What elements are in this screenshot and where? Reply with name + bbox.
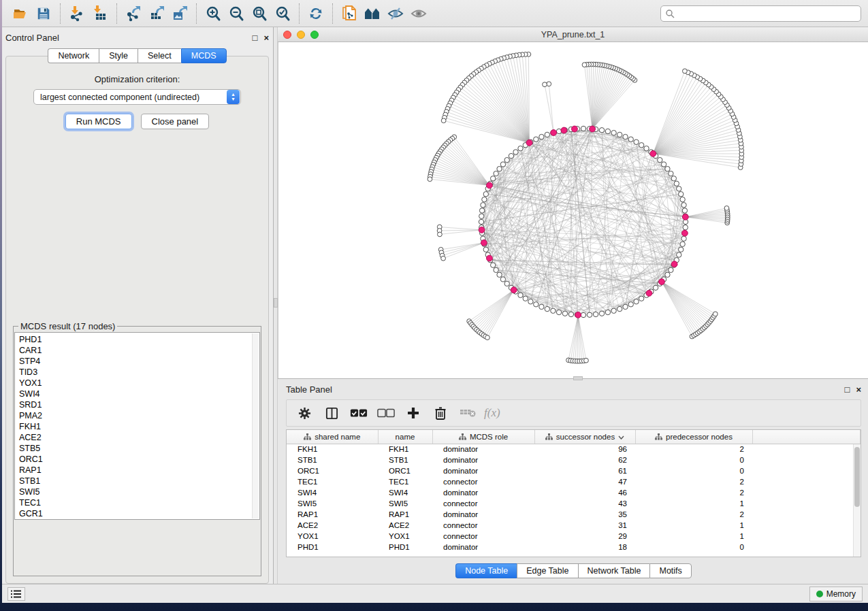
network-node[interactable]	[581, 312, 585, 317]
network-node[interactable]	[534, 137, 539, 142]
network-node[interactable]	[490, 176, 495, 181]
split-table-button[interactable]	[319, 402, 344, 424]
network-node[interactable]	[611, 308, 616, 313]
float-table-panel-icon[interactable]: □	[845, 385, 850, 394]
network-node[interactable]	[644, 146, 649, 150]
network-node[interactable]	[545, 132, 549, 137]
network-node[interactable]	[494, 267, 498, 272]
tab-style[interactable]: Style	[99, 48, 138, 63]
mcds-hub-node[interactable]	[487, 255, 493, 261]
network-node[interactable]	[483, 192, 488, 197]
function-builder-button[interactable]: f(x)	[484, 406, 500, 420]
mcds-result-item[interactable]: TID3	[19, 367, 259, 378]
network-node[interactable]	[677, 252, 681, 257]
mcds-hub-node[interactable]	[659, 279, 665, 285]
maximize-window-icon[interactable]	[310, 31, 319, 39]
mcds-result-item[interactable]: STB5	[19, 443, 259, 454]
mcds-result-item[interactable]: ORC1	[19, 454, 259, 465]
network-node[interactable]	[485, 335, 490, 340]
network-node[interactable]	[599, 128, 604, 133]
table-row[interactable]: SWI5SWI5connector431	[287, 498, 861, 509]
export-table-button[interactable]	[145, 3, 168, 24]
network-node[interactable]	[490, 263, 495, 267]
table-row[interactable]: FKH1FKH1dominator962	[287, 444, 861, 455]
open-session-button[interactable]	[9, 3, 32, 24]
zoom-in-button[interactable]	[202, 3, 225, 24]
mcds-list-scrollbar[interactable]	[252, 333, 259, 518]
mcds-result-item[interactable]: SWI4	[19, 389, 259, 399]
apply-layout-button[interactable]	[304, 3, 327, 24]
network-node[interactable]	[441, 256, 446, 261]
mcds-result-item[interactable]: STP4	[19, 356, 259, 367]
close-panel-icon[interactable]: ×	[263, 33, 269, 42]
zoom-fit-button[interactable]	[248, 3, 271, 24]
mcds-result-item[interactable]: SWI5	[19, 486, 259, 497]
network-node[interactable]	[551, 308, 556, 313]
network-node[interactable]	[479, 208, 484, 213]
network-node[interactable]	[428, 177, 432, 182]
network-node[interactable]	[497, 166, 502, 171]
network-node[interactable]	[665, 272, 670, 277]
network-node[interactable]	[539, 134, 544, 139]
mcds-hub-node[interactable]	[487, 182, 493, 188]
search-input[interactable]	[660, 5, 861, 22]
network-node[interactable]	[658, 157, 662, 162]
network-node[interactable]	[593, 312, 598, 316]
network-node[interactable]	[611, 131, 616, 135]
table-row[interactable]: PHD1PHD1dominator180	[287, 542, 861, 552]
network-node[interactable]	[617, 132, 622, 137]
network-node[interactable]	[617, 306, 622, 311]
network-node[interactable]	[682, 69, 687, 73]
network-node[interactable]	[528, 299, 533, 304]
network-node[interactable]	[479, 214, 484, 218]
column-header[interactable]: name	[378, 430, 432, 444]
import-table-button[interactable]	[89, 3, 112, 24]
tab-select[interactable]: Select	[138, 48, 181, 63]
mcds-hub-node[interactable]	[590, 126, 596, 132]
network-node[interactable]	[683, 225, 688, 230]
network-node[interactable]	[674, 181, 679, 186]
mcds-result-item[interactable]: ACE2	[19, 432, 259, 443]
column-settings-button[interactable]	[292, 402, 317, 424]
vertical-splitter[interactable]	[273, 27, 278, 584]
mcds-hub-node[interactable]	[561, 127, 567, 133]
network-node[interactable]	[679, 192, 684, 197]
network-node[interactable]	[653, 285, 658, 290]
mcds-result-item[interactable]: TEC1	[19, 497, 259, 508]
mcds-hub-node[interactable]	[681, 230, 688, 236]
first-neighbors-button[interactable]	[361, 3, 384, 24]
clone-network-button[interactable]	[338, 3, 361, 24]
zoom-out-button[interactable]	[225, 3, 248, 24]
select-all-checkboxes-button[interactable]	[347, 402, 371, 424]
mcds-hub-node[interactable]	[682, 214, 688, 220]
import-network-button[interactable]	[65, 3, 89, 24]
network-node[interactable]	[587, 312, 592, 317]
network-node[interactable]	[438, 232, 443, 237]
column-header[interactable]: successor nodes	[534, 430, 635, 444]
deselect-all-checkboxes-button[interactable]	[374, 402, 398, 424]
minimize-window-icon[interactable]	[297, 31, 305, 39]
table-row[interactable]: SWI4SWI4dominator462	[287, 487, 861, 498]
network-node[interactable]	[483, 247, 488, 252]
mcds-result-item[interactable]: PMA2	[19, 410, 259, 421]
network-node[interactable]	[497, 272, 502, 277]
mcds-hub-node[interactable]	[479, 227, 485, 233]
mcds-result-item[interactable]: FKH1	[19, 421, 259, 432]
mcds-hub-node[interactable]	[551, 130, 557, 136]
network-node[interactable]	[584, 358, 589, 363]
network-node[interactable]	[669, 267, 673, 272]
mcds-hub-node[interactable]	[572, 126, 578, 132]
network-node[interactable]	[669, 171, 673, 176]
float-panel-icon[interactable]: □	[253, 33, 258, 42]
table-row[interactable]: STB1STB1dominator620	[287, 455, 861, 465]
task-history-button[interactable]	[7, 587, 25, 601]
close-table-panel-icon[interactable]: ×	[856, 385, 861, 394]
run-mcds-button[interactable]: Run MCDS	[65, 114, 132, 129]
mcds-result-item[interactable]: RAP1	[19, 465, 259, 476]
mcds-hub-node[interactable]	[671, 261, 677, 267]
export-image-button[interactable]	[168, 3, 191, 24]
table-row[interactable]: RAP1RAP1dominator352	[287, 509, 861, 520]
delete-table-button[interactable]	[455, 402, 480, 424]
network-node[interactable]	[634, 299, 639, 304]
mcds-result-item[interactable]: YOX1	[19, 378, 259, 389]
